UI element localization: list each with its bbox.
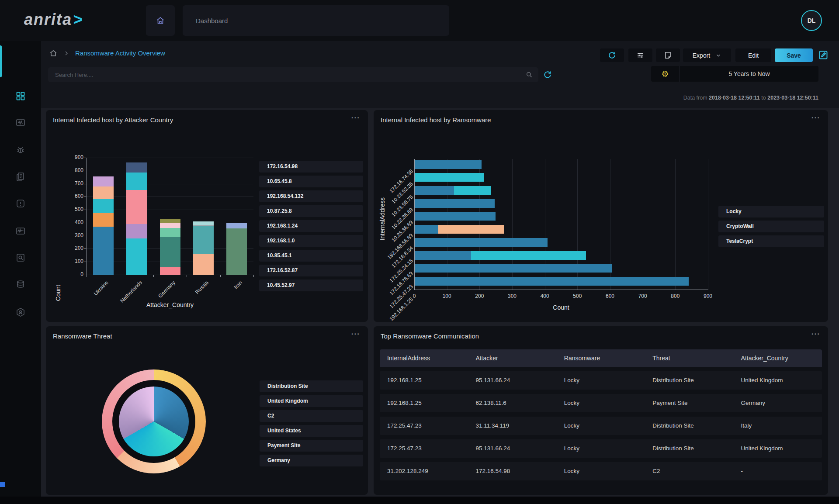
legend-pill[interactable]: Germany xyxy=(260,455,363,466)
bar-segment[interactable] xyxy=(193,254,214,275)
bar-segment[interactable] xyxy=(160,219,180,223)
sidebar-item-monitoring[interactable] xyxy=(15,117,26,128)
table-row[interactable]: 31.202.128.249172.16.54.98LockyC2- xyxy=(380,462,822,480)
bar-segment[interactable] xyxy=(226,228,247,275)
table-row[interactable]: 172.25.47.2395.131.66.24LockyDistributio… xyxy=(380,439,822,458)
more-menu-icon[interactable]: ... xyxy=(811,112,820,121)
user-avatar[interactable]: DL xyxy=(801,10,822,31)
table-row[interactable]: 192.168.1.2595.131.66.24LockyDistributio… xyxy=(380,371,822,390)
bar-segment[interactable] xyxy=(454,186,492,195)
legend-pill[interactable]: Distribution Site xyxy=(260,380,363,392)
bar-segment[interactable] xyxy=(226,223,247,228)
bar-segment[interactable] xyxy=(160,228,180,237)
stacked-bar[interactable] xyxy=(415,160,482,169)
search-icon[interactable] xyxy=(525,71,533,79)
table-row[interactable]: 192.168.1.2562.138.11.6LockyPayment Site… xyxy=(380,394,822,412)
bar-segment[interactable] xyxy=(415,186,454,195)
legend-pill[interactable]: 10.45.52.97 xyxy=(259,280,363,291)
bar-segment[interactable] xyxy=(126,190,147,224)
legend-pill[interactable]: 192.168.1.24 xyxy=(259,220,363,232)
sidebar-item-admin[interactable] xyxy=(15,307,26,318)
bar-segment[interactable] xyxy=(93,213,114,227)
bar-segment[interactable] xyxy=(415,264,612,273)
bar-segment[interactable] xyxy=(415,173,484,182)
bar-segment[interactable] xyxy=(93,199,114,213)
legend-pill[interactable]: 192.168.54.132 xyxy=(259,190,363,202)
stacked-bar[interactable] xyxy=(415,264,612,273)
save-button[interactable]: Save xyxy=(775,48,813,62)
breadcrumb-home-icon[interactable] xyxy=(49,49,58,58)
bar-segment[interactable] xyxy=(193,226,214,254)
bar-segment[interactable] xyxy=(126,173,147,190)
table-row[interactable]: 172.25.47.2331.11.34.119LockyDistributio… xyxy=(380,417,822,435)
search-refresh-icon[interactable] xyxy=(543,70,552,79)
stacked-bar[interactable] xyxy=(415,225,504,234)
time-settings-button[interactable]: ⚙ xyxy=(651,66,679,82)
stacked-bar[interactable] xyxy=(160,219,180,275)
more-menu-icon[interactable]: ... xyxy=(811,328,820,337)
legend-pill[interactable]: 10.87.25.8 xyxy=(259,205,363,217)
sidebar-item-threats[interactable] xyxy=(15,145,26,155)
nav-home-tab[interactable] xyxy=(146,5,175,36)
bar-segment[interactable] xyxy=(415,238,548,247)
stacked-bar[interactable] xyxy=(415,212,496,221)
bar-segment[interactable] xyxy=(126,224,147,238)
refresh-dashboard-button[interactable] xyxy=(600,48,624,62)
more-menu-icon[interactable]: ... xyxy=(351,328,360,337)
stacked-bar[interactable] xyxy=(226,223,247,275)
bar-segment[interactable] xyxy=(93,176,114,186)
bar-segment[interactable] xyxy=(126,238,147,275)
bar-segment[interactable] xyxy=(415,160,482,169)
legend-pill[interactable]: 172.16.52.87 xyxy=(259,265,363,276)
bar-segment[interactable] xyxy=(415,199,495,208)
legend-pill[interactable]: United Kingdom xyxy=(260,395,363,407)
export-button[interactable]: Export xyxy=(683,48,731,62)
stacked-bar[interactable] xyxy=(415,251,586,260)
bar-segment[interactable] xyxy=(160,237,180,267)
time-range-selector[interactable]: 5 Years to Now xyxy=(680,66,818,82)
sidebar-item-datasources[interactable] xyxy=(15,279,26,290)
stacked-bar[interactable] xyxy=(415,277,689,286)
filters-button[interactable] xyxy=(628,48,652,62)
stacked-bar[interactable] xyxy=(415,173,484,182)
notes-button[interactable] xyxy=(656,48,680,62)
stacked-bar[interactable] xyxy=(193,221,214,275)
bar-segment[interactable] xyxy=(93,186,114,199)
legend-pill[interactable]: 10.65.45.8 xyxy=(259,176,363,187)
stacked-bar[interactable] xyxy=(415,186,491,195)
legend-pill[interactable]: CryptoWall xyxy=(718,221,824,232)
sidebar-item-reports[interactable] xyxy=(15,172,26,182)
edit-layout-icon[interactable] xyxy=(818,50,829,60)
legend-pill[interactable]: Locky xyxy=(718,206,824,217)
donut-inner-pie[interactable] xyxy=(119,387,189,456)
legend-pill[interactable]: TeslaCrypt xyxy=(718,235,824,247)
bar-segment[interactable] xyxy=(160,223,180,228)
stacked-bar[interactable] xyxy=(415,199,495,208)
bar-segment[interactable] xyxy=(415,225,438,234)
legend-pill[interactable]: 10.85.45.1 xyxy=(259,250,363,262)
bar-segment[interactable] xyxy=(415,277,689,286)
bar-segment[interactable] xyxy=(193,221,214,225)
legend-pill[interactable]: 192.168.1.0 xyxy=(259,235,363,247)
bar-segment[interactable] xyxy=(438,225,504,234)
more-menu-icon[interactable]: ... xyxy=(351,112,360,121)
legend-pill[interactable]: C2 xyxy=(260,410,363,422)
bar-segment[interactable] xyxy=(415,251,471,260)
sidebar-item-dashboard[interactable] xyxy=(15,91,26,101)
legend-pill[interactable]: Payment Site xyxy=(260,440,363,452)
nav-dashboard-tab[interactable]: Dashboard xyxy=(183,5,449,36)
sidebar-item-activity[interactable] xyxy=(15,226,26,236)
bar-segment[interactable] xyxy=(415,212,496,221)
bar-segment[interactable] xyxy=(160,267,180,275)
search-input[interactable] xyxy=(48,67,538,82)
legend-pill[interactable]: 172.16.54.98 xyxy=(259,161,363,173)
sidebar-item-alerts[interactable] xyxy=(15,198,26,209)
bar-segment[interactable] xyxy=(93,227,114,275)
legend-pill[interactable]: United States xyxy=(260,425,363,437)
stacked-bar[interactable] xyxy=(415,238,548,247)
sidebar-item-investigate[interactable] xyxy=(15,252,26,263)
edit-button[interactable]: Edit xyxy=(735,48,771,62)
stacked-bar[interactable] xyxy=(126,162,147,275)
bar-segment[interactable] xyxy=(126,162,147,173)
stacked-bar[interactable] xyxy=(93,176,114,275)
